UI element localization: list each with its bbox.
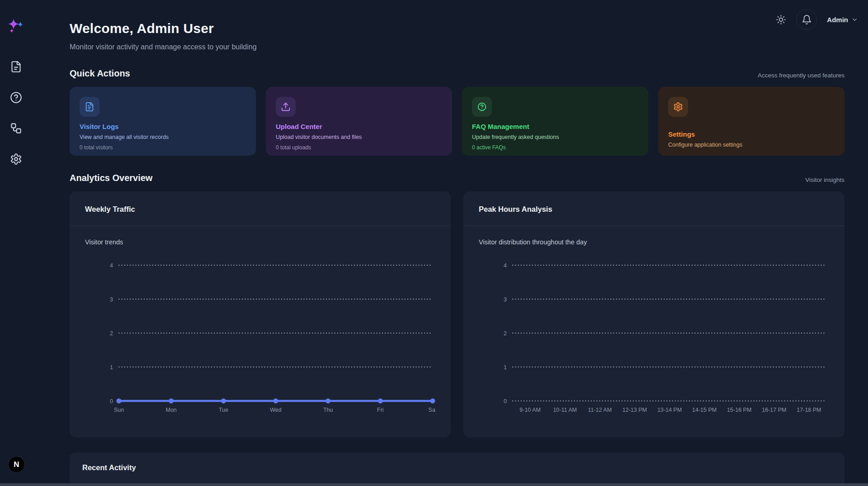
- sidebar-item-workflow workflow-icon[interactable]: [9, 121, 23, 135]
- chart-subtitle: Visitor distribution throughout the day: [479, 238, 829, 246]
- svg-text:17-18 PM: 17-18 PM: [797, 407, 821, 413]
- analytics-hint: Visitor insights: [805, 176, 844, 183]
- svg-text:9-10 AM: 9-10 AM: [519, 407, 541, 413]
- chevron-down-icon: [851, 16, 858, 23]
- theme-toggle-button sun-icon[interactable]: [776, 14, 786, 25]
- main-content: Welcome, Admin User Monitor visitor acti…: [32, 0, 868, 486]
- charts-grid: Weekly Traffic Visitor trends 01234SunMo…: [70, 191, 844, 438]
- horizontal-scrollbar[interactable]: [0, 483, 868, 486]
- card-settings[interactable]: Settings Configure application settings: [658, 87, 844, 156]
- sidebar: [0, 0, 32, 486]
- svg-text:15-16 PM: 15-16 PM: [727, 407, 751, 413]
- sidebar-nav: [9, 60, 23, 166]
- card-title: Settings: [668, 130, 835, 138]
- sidebar-item-visitor-logs file-text-icon[interactable]: [9, 60, 23, 73]
- chart-subtitle: Visitor trends: [85, 238, 435, 246]
- weekly-traffic-line-chart: 01234SunMonTueWedThuFriSat: [85, 249, 435, 420]
- page-title: Welcome, Admin User: [70, 21, 844, 36]
- svg-text:3: 3: [110, 296, 113, 303]
- gear-icon: [668, 97, 688, 117]
- svg-text:1: 1: [504, 364, 507, 371]
- svg-text:4: 4: [504, 262, 507, 269]
- svg-text:Thu: Thu: [323, 407, 333, 413]
- card-title: FAQ Management: [472, 123, 638, 130]
- notifications-button bell-icon[interactable]: [796, 9, 817, 30]
- card-count: 0 total uploads: [276, 144, 442, 151]
- card-count: 0 active FAQs: [472, 144, 638, 151]
- sidebar-item-faq help-circle-icon[interactable]: [9, 91, 23, 104]
- svg-text:12-13 PM: 12-13 PM: [623, 407, 647, 413]
- svg-text:0: 0: [110, 398, 113, 405]
- chart-card-header: Weekly Traffic: [70, 191, 451, 226]
- chart-card-header: Peak Hours Analysis: [463, 191, 844, 226]
- user-menu-dropdown[interactable]: Admin: [827, 16, 858, 24]
- card-faq-management[interactable]: FAQ Management Update frequently asked q…: [462, 87, 648, 156]
- file-text-icon: [80, 97, 99, 117]
- svg-text:2: 2: [110, 330, 113, 337]
- user-menu-label: Admin: [827, 16, 848, 24]
- svg-text:Sun: Sun: [114, 407, 124, 413]
- card-count: 0 total visitors: [80, 144, 246, 151]
- svg-text:Mon: Mon: [166, 407, 177, 413]
- svg-text:14-15 PM: 14-15 PM: [692, 407, 717, 413]
- svg-text:2: 2: [504, 330, 507, 337]
- card-description: Upload visitor documents and files: [276, 134, 442, 140]
- svg-text:1: 1: [110, 364, 113, 371]
- card-description: Configure application settings: [668, 142, 835, 148]
- chart-card-body: Visitor distribution throughout the day …: [463, 226, 844, 420]
- card-visitor-logs[interactable]: Visitor Logs View and manage all visitor…: [70, 87, 256, 156]
- quick-actions-heading: Quick Actions: [70, 68, 130, 79]
- recent-activity-heading: Recent Activity: [70, 453, 844, 477]
- quick-actions-header-row: Quick Actions Access frequently used fea…: [70, 68, 844, 79]
- card-title: Visitor Logs: [80, 123, 246, 130]
- svg-text:13-14 PM: 13-14 PM: [657, 407, 682, 413]
- quick-actions-grid: Visitor Logs View and manage all visitor…: [70, 87, 844, 156]
- analytics-heading: Analytics Overview: [70, 173, 152, 183]
- card-title: Upload Center: [276, 123, 442, 130]
- page-subtitle: Monitor visitor activity and manage acce…: [70, 43, 844, 51]
- svg-text:3: 3: [504, 296, 507, 303]
- help-circle-icon: [472, 97, 492, 117]
- svg-text:0: 0: [504, 398, 507, 405]
- chart-card-body: Visitor trends 01234SunMonTueWedThuFriSa…: [70, 226, 451, 420]
- upload-icon: [276, 97, 296, 117]
- recent-activity-card: Recent Activity: [70, 453, 844, 486]
- quick-actions-hint: Access frequently used features: [758, 72, 844, 79]
- svg-text:Fri: Fri: [377, 407, 384, 413]
- weekly-traffic-chart-card: Weekly Traffic Visitor trends 01234SunMo…: [70, 191, 451, 438]
- svg-text:Wed: Wed: [270, 407, 282, 413]
- peak-hours-bar-chart: 012349-10 AM10-11 AM11-12 AM12-13 PM13-1…: [479, 249, 829, 420]
- svg-text:4: 4: [110, 262, 113, 269]
- card-description: View and manage all visitor records: [80, 134, 246, 140]
- app-logo sparkles-logo[interactable]: [8, 18, 24, 34]
- chart-title: Weekly Traffic: [85, 205, 435, 214]
- svg-text:Sat: Sat: [429, 407, 435, 413]
- svg-text:16-17 PM: 16-17 PM: [762, 407, 786, 413]
- chart-title: Peak Hours Analysis: [479, 205, 829, 214]
- dev-tools-badge[interactable]: N: [8, 456, 25, 473]
- peak-hours-chart-card: Peak Hours Analysis Visitor distribution…: [463, 191, 844, 438]
- svg-text:10-11 AM: 10-11 AM: [553, 407, 577, 413]
- sidebar-item-settings gear-icon[interactable]: [9, 152, 23, 166]
- card-description: Update frequently asked questions: [472, 134, 638, 140]
- analytics-header-row: Analytics Overview Visitor insights: [70, 173, 844, 183]
- svg-text:Tue: Tue: [219, 407, 228, 413]
- card-upload-center[interactable]: Upload Center Upload visitor documents a…: [266, 87, 452, 156]
- svg-text:11-12 AM: 11-12 AM: [588, 407, 612, 413]
- topbar: Admin: [776, 9, 858, 30]
